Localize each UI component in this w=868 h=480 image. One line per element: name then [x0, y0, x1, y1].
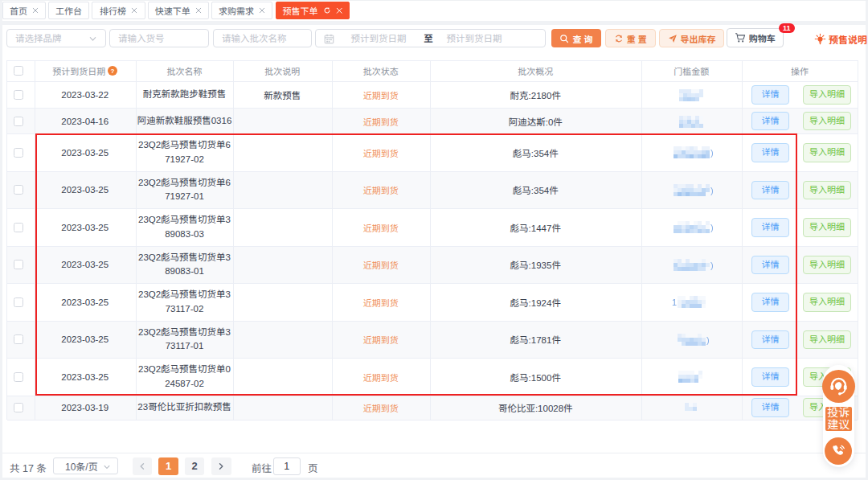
svg-text:?: ? — [111, 68, 115, 75]
